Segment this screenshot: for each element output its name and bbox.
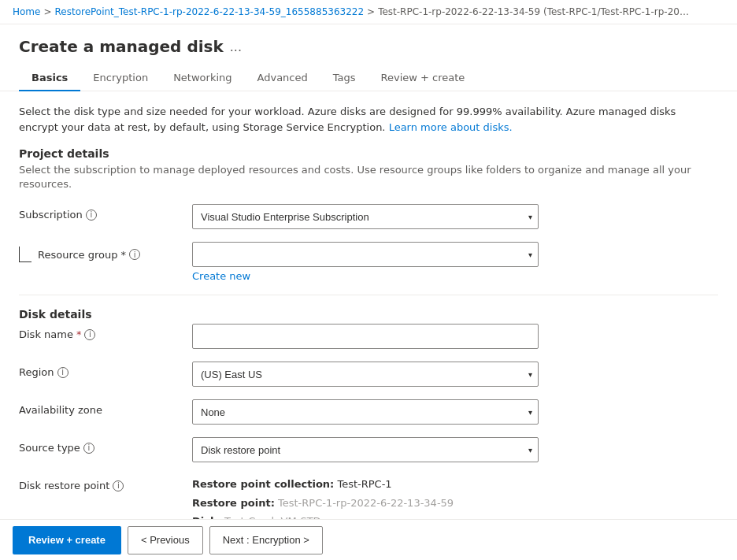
disk-restore-point-label: Disk restore point i (19, 475, 192, 491)
section-divider-1 (19, 295, 718, 295)
subscription-select-wrapper: Visual Studio Enterprise Subscription ▾ (192, 204, 539, 229)
restore-point-value: Test-RPC-1-rp-2022-6-22-13-34-59 (278, 497, 454, 509)
resource-group-indent-line (19, 247, 31, 262)
restore-collection-label: Restore point collection: (192, 478, 334, 490)
previous-button[interactable]: < Previous (128, 526, 203, 554)
availability-zone-control: None ▾ (192, 399, 539, 425)
page-header: Create a managed disk ... (0, 24, 737, 56)
resource-group-field-row: Resource group * i ▾ Create new (19, 242, 718, 282)
disk-name-required: * (76, 328, 82, 340)
region-label: Region i (19, 362, 192, 378)
region-control: (US) East US ▾ (192, 362, 539, 387)
restore-collection-line: Restore point collection: Test-RPC-1 (192, 475, 539, 493)
footer-bar: Review + create < Previous Next : Encryp… (0, 519, 737, 560)
region-select[interactable]: (US) East US (192, 362, 539, 387)
disk-restore-point-info-icon[interactable]: i (113, 480, 124, 491)
source-type-label: Source type i (19, 437, 192, 454)
next-button[interactable]: Next : Encryption > (209, 526, 323, 554)
disk-name-field-row: Disk name * i (19, 324, 718, 349)
resource-group-control: ▾ Create new (192, 242, 539, 282)
breadcrumb-sep-1: > (43, 6, 51, 17)
tab-bar: Basics Encryption Networking Advanced Ta… (0, 56, 737, 91)
breadcrumb-rpc: Test-RPC-1-rp-2022-6-22-13-34-59 (Test-R… (378, 6, 693, 17)
tab-encryption[interactable]: Encryption (80, 65, 161, 91)
subscription-select[interactable]: Visual Studio Enterprise Subscription (192, 204, 539, 229)
restore-collection-value: Test-RPC-1 (337, 478, 391, 490)
resource-group-required: * (121, 249, 127, 261)
breadcrumb-home[interactable]: Home (13, 6, 40, 17)
page-options-button[interactable]: ... (230, 39, 242, 54)
source-type-select-wrapper: Disk restore point ▾ (192, 437, 539, 462)
disk-name-input[interactable] (192, 324, 539, 349)
restore-point-line: Restore point: Test-RPC-1-rp-2022-6-22-1… (192, 494, 539, 512)
source-type-select[interactable]: Disk restore point (192, 437, 539, 462)
project-details-title: Project details (19, 147, 718, 160)
availability-zone-label: Availability zone (19, 399, 192, 416)
availability-zone-select-wrapper: None ▾ (192, 399, 539, 425)
tab-review-create[interactable]: Review + create (368, 65, 478, 91)
subscription-field-row: Subscription i Visual Studio Enterprise … (19, 204, 718, 229)
breadcrumb: Home > RestorePoint_Test-RPC-1-rp-2022-6… (0, 0, 737, 24)
source-type-field-row: Source type i Disk restore point ▾ (19, 437, 718, 462)
project-details-subtitle: Select the subscription to manage deploy… (19, 163, 718, 191)
breadcrumb-restore-point[interactable]: RestorePoint_Test-RPC-1-rp-2022-6-22-13-… (55, 6, 365, 17)
disk-name-info-icon[interactable]: i (84, 329, 95, 340)
subscription-control: Visual Studio Enterprise Subscription ▾ (192, 204, 539, 229)
region-field-row: Region i (US) East US ▾ (19, 362, 718, 387)
breadcrumb-sep-2: > (367, 6, 375, 17)
tab-tags[interactable]: Tags (320, 65, 368, 91)
disk-name-label: Disk name * i (19, 324, 192, 340)
resource-group-label-area: Resource group * i (19, 242, 192, 262)
review-create-button[interactable]: Review + create (13, 526, 121, 554)
availability-zone-select[interactable]: None (192, 399, 539, 425)
tab-advanced[interactable]: Advanced (245, 65, 320, 91)
learn-more-link[interactable]: Learn more about disks. (389, 121, 513, 133)
disk-name-control (192, 324, 539, 349)
page-title: Create a managed disk (19, 37, 224, 56)
source-type-info-icon[interactable]: i (83, 443, 94, 454)
region-select-wrapper: (US) East US ▾ (192, 362, 539, 387)
disk-details-title: Disk details (19, 308, 718, 321)
content-area: Select the disk type and size needed for… (0, 91, 737, 533)
restore-point-label: Restore point: (192, 497, 275, 509)
tab-networking[interactable]: Networking (161, 65, 244, 91)
resource-group-select-wrapper: ▾ (192, 242, 539, 267)
source-type-control: Disk restore point ▾ (192, 437, 539, 462)
subscription-info-icon[interactable]: i (86, 210, 97, 221)
section-description: Select the disk type and size needed for… (19, 104, 718, 135)
resource-group-info-icon[interactable]: i (129, 249, 140, 260)
resource-group-select[interactable] (192, 242, 539, 267)
subscription-label: Subscription i (19, 204, 192, 221)
region-info-icon[interactable]: i (57, 367, 69, 378)
create-new-link[interactable]: Create new (192, 270, 250, 282)
availability-zone-field-row: Availability zone None ▾ (19, 399, 718, 425)
tab-basics[interactable]: Basics (19, 65, 80, 91)
